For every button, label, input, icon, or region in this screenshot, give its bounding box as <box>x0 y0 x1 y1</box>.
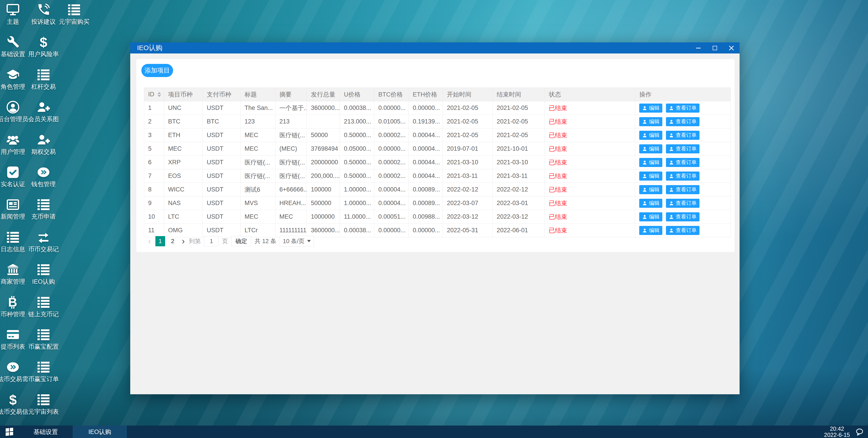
user-plus-icon <box>37 133 50 146</box>
sort-icon[interactable] <box>157 92 161 97</box>
view-orders-button[interactable]: 查看订单 <box>666 172 700 181</box>
actions-cell: 编辑查看订单 <box>635 128 731 142</box>
desktop-icon[interactable]: 钱包管理 <box>24 164 63 187</box>
table-cell: 0.00988... <box>409 210 443 224</box>
desktop-icon[interactable]: 会员关系图 <box>24 99 63 123</box>
minimize-button[interactable] <box>690 42 707 54</box>
table-cell: 0.00089... <box>409 197 443 210</box>
person-icon <box>669 146 674 151</box>
view-orders-button[interactable]: 查看订单 <box>666 144 700 153</box>
desktop-icon[interactable]: 元宇宙列表 <box>24 391 63 415</box>
list-icon <box>6 231 20 244</box>
maximize-button[interactable] <box>707 42 723 54</box>
view-orders-button[interactable]: 查看订单 <box>666 226 700 235</box>
edit-button[interactable]: 编辑 <box>639 131 662 140</box>
column-header-label: BTC价格 <box>378 90 403 98</box>
page-number-1[interactable]: 1 <box>155 236 165 246</box>
table-cell: 0.19139... <box>409 115 443 128</box>
desktop-icon[interactable]: 充币申请 <box>24 196 63 220</box>
table-row: 5MECUSDTMEC(MEC)376984940.05000...0.0000… <box>144 142 731 155</box>
desktop-icon[interactable]: IEO认购 <box>24 261 63 285</box>
table-cell: 111111111 <box>275 224 307 237</box>
actions-cell: 编辑查看订单 <box>635 156 731 169</box>
person-icon <box>669 133 674 138</box>
table-cell: WICC <box>164 183 203 196</box>
table-cell: HREAH... <box>275 197 307 210</box>
column-header: 操作 <box>635 88 731 101</box>
view-orders-button[interactable]: 查看订单 <box>666 185 700 194</box>
person-icon <box>669 214 674 220</box>
edit-button[interactable]: 编辑 <box>639 185 662 194</box>
column-header[interactable]: ID <box>144 88 164 101</box>
table-cell: MEC <box>241 128 275 142</box>
action-button-label: 查看订单 <box>676 186 696 193</box>
edit-button[interactable]: 编辑 <box>639 226 662 235</box>
confirm-page-button[interactable]: 确定 <box>231 236 251 246</box>
page-jump-input[interactable] <box>204 236 219 246</box>
view-orders-button[interactable]: 查看订单 <box>666 117 700 126</box>
table-cell: 2021-02-05 <box>443 115 493 128</box>
status-cell: 已结束 <box>545 210 636 224</box>
windows-logo-icon <box>6 428 13 436</box>
edit-button[interactable]: 编辑 <box>639 104 662 113</box>
status-cell: 已结束 <box>545 183 636 196</box>
maximize-icon <box>711 45 718 52</box>
window-controls <box>690 42 740 54</box>
table-cell: 0.50000... <box>340 156 374 169</box>
window-titlebar[interactable]: IEO认购 <box>130 42 740 54</box>
view-orders-button[interactable]: 查看订单 <box>666 199 700 208</box>
page-number-2[interactable]: 2 <box>168 236 178 246</box>
edit-button[interactable]: 编辑 <box>639 199 662 208</box>
add-project-button[interactable]: 添加项目 <box>141 64 173 77</box>
table-cell: 0.00044... <box>409 128 443 142</box>
desktop-icon-label: 钱包管理 <box>24 181 63 187</box>
edit-button[interactable]: 编辑 <box>639 212 662 222</box>
table-cell: 2021-02-05 <box>493 128 545 142</box>
desktop-icon-glyph <box>24 326 63 341</box>
table-cell: 0.00002... <box>374 156 409 169</box>
desktop-icon[interactable]: 链上充币记 <box>24 294 63 318</box>
next-page-arrow[interactable]: › <box>181 237 186 245</box>
table-cell <box>307 115 340 128</box>
desktop-icon[interactable]: $用户风险率 <box>24 34 63 58</box>
table-cell: The San... <box>241 101 275 115</box>
table-row: 2BTCBTC123213213.000...0.01005...0.19139… <box>144 115 731 128</box>
edit-button[interactable]: 编辑 <box>639 144 662 153</box>
graduation-cap-icon <box>6 68 20 81</box>
start-button[interactable] <box>0 426 19 438</box>
edit-button[interactable]: 编辑 <box>639 158 662 167</box>
action-button-label: 查看订单 <box>676 118 696 125</box>
taskbar-item-1[interactable]: 基础设置 <box>19 426 73 438</box>
view-orders-button[interactable]: 查看订单 <box>666 131 700 140</box>
actions-cell: 编辑查看订单 <box>635 197 731 210</box>
view-orders-button[interactable]: 查看订单 <box>666 158 700 167</box>
page-size-select[interactable]: 10 条/页 <box>280 236 314 246</box>
table-cell: 213.000... <box>340 115 374 128</box>
chevron-down-icon <box>307 240 311 242</box>
taskbar-item-2[interactable]: IEO认购 <box>73 426 127 438</box>
notification-chat-button[interactable] <box>855 428 864 436</box>
desktop-icon[interactable]: 币币交易记 <box>24 229 63 253</box>
table-header-row: ID项目币种支付币种标题摘要发行总量U价格BTC价格ETH价格开始时间结束时间状… <box>144 88 731 101</box>
edit-button[interactable]: 编辑 <box>639 117 662 126</box>
view-orders-button[interactable]: 查看订单 <box>666 212 700 222</box>
close-button[interactable] <box>723 42 740 54</box>
table-cell: USDT <box>203 101 241 115</box>
actions-cell: 编辑查看订单 <box>635 183 731 196</box>
table-cell: 2022-05-31 <box>443 224 493 237</box>
table-cell: USDT <box>203 224 241 237</box>
table-cell: BTC <box>203 115 241 128</box>
desktop-icon[interactable]: 币赢宝配置 <box>24 326 63 350</box>
person-icon <box>642 187 647 192</box>
action-button-label: 查看订单 <box>676 145 696 152</box>
prev-page-arrow[interactable]: ‹ <box>147 237 152 245</box>
view-orders-button[interactable]: 查看订单 <box>666 104 700 113</box>
desktop-icon[interactable]: 杠杆交易 <box>24 66 63 90</box>
column-header-label: 摘要 <box>280 90 292 98</box>
desktop-icon[interactable]: 币赢宝订单 <box>24 359 63 382</box>
desktop-icon[interactable]: 元宇宙购买 <box>55 1 93 25</box>
table-cell: 5 <box>144 142 164 155</box>
desktop-icon[interactable]: 期权交易 <box>24 132 63 155</box>
edit-button[interactable]: 编辑 <box>639 172 662 181</box>
column-header: 支付币种 <box>203 88 241 101</box>
